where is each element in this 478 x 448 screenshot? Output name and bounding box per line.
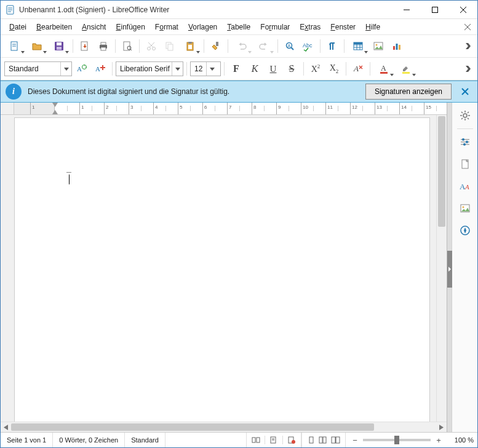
chevron-down-icon[interactable] xyxy=(60,62,71,76)
update-style-button[interactable]: A xyxy=(73,60,90,77)
undo-button[interactable] xyxy=(231,37,252,55)
scroll-right-button[interactable] xyxy=(436,422,447,433)
svg-point-80 xyxy=(463,114,467,117)
standard-toolbar: A Abc xyxy=(1,35,477,58)
book-view-button[interactable] xyxy=(330,435,341,445)
menu-einfuegen[interactable]: Einfügen xyxy=(111,21,149,33)
menu-ansicht[interactable]: Ansicht xyxy=(77,21,111,33)
clone-formatting-button[interactable] xyxy=(207,37,225,55)
menu-tabelle[interactable]: Tabelle xyxy=(222,21,255,33)
zoom-slider[interactable] xyxy=(363,439,431,441)
print-preview-button[interactable] xyxy=(119,37,136,55)
svg-marker-49 xyxy=(364,51,368,53)
svg-marker-14 xyxy=(43,51,47,53)
single-page-view-button[interactable] xyxy=(306,435,317,445)
find-replace-button[interactable]: A xyxy=(281,37,298,55)
show-signatures-button[interactable]: Signaturen anzeigen xyxy=(365,84,452,100)
menu-vorlagen[interactable]: Vorlagen xyxy=(183,21,222,33)
status-page-style[interactable]: Standard xyxy=(125,433,165,447)
insert-table-button[interactable] xyxy=(348,37,368,55)
minimize-button[interactable] xyxy=(392,1,421,18)
horizontal-scrollbar[interactable] xyxy=(1,422,447,432)
scrollbar-thumb[interactable] xyxy=(11,423,374,431)
zoom-out-button[interactable]: − xyxy=(351,436,359,444)
sidebar-styles-button[interactable]: AA xyxy=(456,177,474,195)
svg-text:A: A xyxy=(353,64,359,73)
status-word-count[interactable]: 0 Wörter, 0 Zeichen xyxy=(53,433,125,447)
sidebar-page-button[interactable] xyxy=(456,155,474,173)
new-button[interactable] xyxy=(4,37,25,55)
new-style-button[interactable]: A xyxy=(92,60,109,77)
sidebar-settings-button[interactable] xyxy=(456,106,474,125)
separator xyxy=(370,62,370,76)
vertical-scrollbar[interactable] xyxy=(436,115,447,422)
font-size-combo[interactable]: 12 xyxy=(190,61,221,76)
toolbar-overflow-button[interactable] xyxy=(463,60,474,77)
left-indent-marker[interactable] xyxy=(52,109,58,114)
page[interactable] xyxy=(14,117,430,422)
sidebar-gallery-button[interactable] xyxy=(456,199,474,218)
menu-format[interactable]: Format xyxy=(150,21,183,33)
close-button[interactable] xyxy=(449,1,477,18)
separator xyxy=(115,39,116,53)
sidebar-collapse-handle[interactable] xyxy=(447,251,452,288)
menu-bearbeiten[interactable]: Bearbeiten xyxy=(31,21,77,33)
font-name-combo[interactable]: Liberation Serif xyxy=(116,61,183,76)
signature-info-bar: i Dieses Dokument ist digital signiert u… xyxy=(1,81,477,103)
subscript-button[interactable]: X2 xyxy=(325,60,343,77)
scroll-left-button[interactable] xyxy=(1,422,11,433)
svg-text:A: A xyxy=(288,44,291,48)
insert-chart-button[interactable] xyxy=(388,37,405,55)
formatting-marks-button[interactable] xyxy=(324,37,341,55)
scrollbar-thumb[interactable] xyxy=(438,116,445,227)
sidebar-navigator-button[interactable] xyxy=(456,221,474,240)
multi-page-view-button[interactable] xyxy=(318,435,329,445)
save-button[interactable] xyxy=(49,37,70,55)
font-color-button[interactable]: A xyxy=(373,60,394,77)
svg-point-94 xyxy=(463,143,466,146)
selection-mode-icon[interactable] xyxy=(268,435,279,445)
strikethrough-button[interactable]: S xyxy=(283,60,300,77)
spellcheck-button[interactable]: Abc xyxy=(300,37,317,55)
menu-fenster[interactable]: Fenster xyxy=(325,21,360,33)
infobar-close-button[interactable] xyxy=(458,84,472,99)
status-page[interactable]: Seite 1 von 1 xyxy=(1,433,53,447)
svg-rect-48 xyxy=(354,42,362,44)
cut-button[interactable] xyxy=(143,37,160,55)
menu-formular[interactable]: Formular xyxy=(255,21,295,33)
svg-rect-114 xyxy=(336,437,340,443)
menu-extras[interactable]: Extras xyxy=(295,21,325,33)
svg-rect-110 xyxy=(309,437,313,443)
superscript-button[interactable]: X2 xyxy=(307,60,324,77)
paste-button[interactable] xyxy=(180,37,201,55)
horizontal-ruler[interactable]: 112345678910111213141516 xyxy=(1,103,447,115)
toolbar-overflow-button[interactable] xyxy=(463,37,474,55)
menu-hilfe[interactable]: Hilfe xyxy=(360,21,385,33)
highlight-color-button[interactable] xyxy=(396,60,416,77)
clear-formatting-button[interactable]: A xyxy=(349,60,367,77)
paragraph-style-combo[interactable]: Standard xyxy=(4,61,72,76)
open-button[interactable] xyxy=(26,37,47,55)
zoom-slider-thumb[interactable] xyxy=(394,436,399,444)
bold-button[interactable]: F xyxy=(228,60,245,77)
print-button[interactable] xyxy=(95,37,112,55)
zoom-in-button[interactable]: + xyxy=(434,436,443,444)
document-viewport[interactable] xyxy=(1,115,436,422)
chevron-down-icon[interactable] xyxy=(206,62,217,76)
first-line-indent-marker[interactable] xyxy=(52,103,58,108)
chevron-down-icon[interactable] xyxy=(172,62,183,76)
svg-line-85 xyxy=(461,112,463,113)
zoom-percent[interactable]: 100 % xyxy=(448,436,477,444)
copy-button[interactable] xyxy=(161,37,178,55)
redo-button[interactable] xyxy=(253,37,274,55)
close-document-button[interactable] xyxy=(461,21,474,33)
sidebar-properties-button[interactable] xyxy=(456,133,474,151)
insert-image-button[interactable] xyxy=(370,37,387,55)
insert-mode-icon[interactable] xyxy=(250,435,261,445)
menu-datei[interactable]: Datei xyxy=(4,21,31,33)
italic-button[interactable]: K xyxy=(246,60,263,77)
underline-button[interactable]: U xyxy=(265,60,282,77)
maximize-button[interactable] xyxy=(421,1,449,18)
export-pdf-button[interactable] xyxy=(76,37,94,55)
signature-status-icon[interactable] xyxy=(286,435,297,445)
